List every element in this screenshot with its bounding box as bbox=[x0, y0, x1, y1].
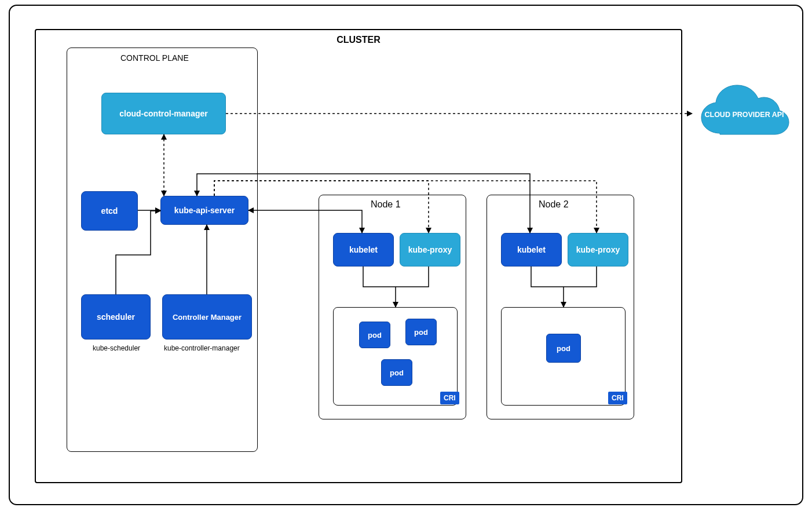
node-1-cri-box bbox=[333, 307, 458, 406]
cloud-provider-api: CLOUD PROVIDER API bbox=[692, 80, 796, 149]
node-1-kube-proxy: kube-proxy bbox=[400, 233, 460, 267]
node-2-pod-1: pod bbox=[546, 334, 581, 363]
node-1-pod-2: pod bbox=[405, 319, 437, 345]
cloud-provider-api-label: CLOUD PROVIDER API bbox=[698, 110, 791, 119]
scheduler: scheduler bbox=[81, 294, 151, 340]
controller-manager-caption: kube-controller-manager bbox=[164, 344, 240, 352]
node-2-kubelet: kubelet bbox=[501, 233, 562, 267]
kube-api-server: kube-api-server bbox=[160, 196, 248, 225]
node-1-pod-3: pod bbox=[381, 359, 412, 386]
control-plane-label: CONTROL PLANE bbox=[120, 53, 189, 63]
node-2-cri-label: CRI bbox=[608, 392, 627, 404]
node-1-title: Node 1 bbox=[371, 199, 401, 210]
node-1-kubelet: kubelet bbox=[333, 233, 394, 267]
node-2-title: Node 2 bbox=[539, 199, 569, 210]
node-2-kube-proxy: kube-proxy bbox=[568, 233, 628, 267]
controller-manager: Controller Manager bbox=[162, 294, 252, 340]
cloud-control-manager: cloud-control-manager bbox=[101, 93, 226, 134]
etcd: etcd bbox=[81, 191, 138, 231]
cluster-title: CLUSTER bbox=[35, 35, 682, 45]
scheduler-caption: kube-scheduler bbox=[93, 344, 140, 352]
node-1-pod-1: pod bbox=[359, 322, 390, 348]
node-1-cri-label: CRI bbox=[440, 392, 459, 404]
